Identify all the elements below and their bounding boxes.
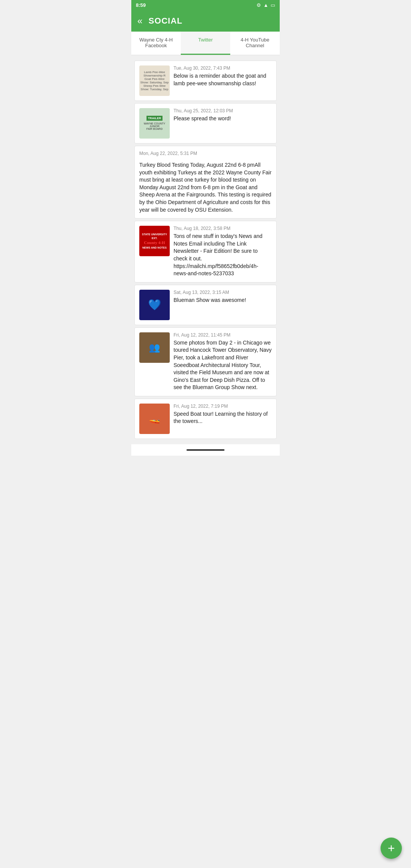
post-date: Thu, Aug 18, 2022, 3:58 PM: [174, 226, 272, 231]
feed: Lamb Pee-Wee Showmanship RGoat Pee-Wee S…: [131, 55, 280, 444]
post-text: Below is a reminder about the goat and l…: [174, 72, 272, 87]
thumb-icon: 👥: [149, 342, 160, 353]
post-date: Mon, Aug 22, 2022, 5:31 PM: [139, 151, 272, 156]
page-title: SOCIAL: [148, 16, 182, 26]
bottom-bar: [131, 444, 280, 456]
post-content: Thu, Aug 25, 2022, 12:03 PM Please sprea…: [174, 108, 272, 139]
post-item[interactable]: 🚤 Fri, Aug 12, 2022, 7:19 PM Speed Boat …: [134, 399, 277, 439]
header: « SOCIAL: [131, 10, 280, 32]
tab-bar: Wayne Cty 4-H Facebook Twitter 4-H YouTu…: [131, 32, 280, 55]
post-thumbnail: 👥: [139, 332, 170, 363]
thumb-icon: 🚤: [149, 413, 160, 424]
post-content: Tue, Aug 30, 2022, 7:43 PM Below is a re…: [174, 65, 272, 96]
post-thumbnail: Lamb Pee-Wee Showmanship RGoat Pee-Wee S…: [139, 65, 170, 96]
post-content: Thu, Aug 18, 2022, 3:58 PM Tons of new s…: [174, 226, 272, 278]
post-item[interactable]: 💙 Sat, Aug 13, 2022, 3:15 AM Blueman Sho…: [134, 285, 277, 325]
post-text: Tons of new stuff in today's News and No…: [174, 233, 272, 278]
status-icons: ⚙ ▲ ▭: [256, 2, 275, 8]
post-date: Fri, Aug 12, 2022, 7:19 PM: [174, 404, 272, 409]
post-date: Sat, Aug 13, 2022, 3:15 AM: [174, 290, 272, 295]
tab-twitter[interactable]: Twitter: [181, 32, 230, 55]
thumb-label: WAYNE COUNTY JUNIORFAIR BOARD: [139, 121, 170, 131]
post-item[interactable]: TRAILER WAYNE COUNTY JUNIORFAIR BOARD Th…: [134, 103, 277, 144]
post-item[interactable]: STATE UNIVERSITY EXT.County 4-HNEWS AND …: [134, 221, 277, 282]
thumb-label: STATE UNIVERSITY EXT.County 4-HNEWS AND …: [139, 231, 170, 251]
post-item[interactable]: Mon, Aug 22, 2022, 5:31 PM Turkey Blood …: [134, 146, 277, 219]
post-thumbnail: TRAILER WAYNE COUNTY JUNIORFAIR BOARD: [139, 108, 170, 139]
post-date: Thu, Aug 25, 2022, 12:03 PM: [174, 108, 272, 113]
post-text: Turkey Blood Testing Today, August 22nd …: [139, 161, 272, 214]
post-item[interactable]: Lamb Pee-Wee Showmanship RGoat Pee-Wee S…: [134, 61, 277, 101]
post-item[interactable]: 👥 Fri, Aug 12, 2022, 11:45 PM Some photo…: [134, 327, 277, 396]
wifi-icon: ▲: [263, 2, 268, 8]
post-text: Speed Boat tour! Learning the history of…: [174, 410, 272, 425]
settings-icon: ⚙: [256, 2, 261, 8]
tab-facebook[interactable]: Wayne Cty 4-H Facebook: [131, 32, 181, 55]
post-thumbnail: 💙: [139, 290, 170, 320]
thumb-icon: 💙: [148, 298, 161, 311]
tab-youtube[interactable]: 4-H YouTube Channel: [230, 32, 280, 55]
back-button[interactable]: «: [137, 16, 142, 26]
post-thumbnail: 🚤: [139, 404, 170, 434]
post-text: Please spread the word!: [174, 115, 272, 123]
post-content: Sat, Aug 13, 2022, 3:15 AM Blueman Show …: [174, 290, 272, 320]
status-bar: 8:59 ⚙ ▲ ▭: [131, 0, 280, 10]
post-content: Fri, Aug 12, 2022, 11:45 PM Some photos …: [174, 332, 272, 391]
post-date: Tue, Aug 30, 2022, 7:43 PM: [174, 65, 272, 71]
thumb-label: Lamb Pee-Wee Showmanship RGoat Pee-Wee S…: [139, 70, 170, 92]
post-text: Some photos from Day 2 - in Chicago we t…: [174, 339, 272, 391]
thumb-badge: TRAILER: [147, 116, 163, 121]
gesture-indicator: [186, 449, 225, 451]
post-thumbnail: STATE UNIVERSITY EXT.County 4-HNEWS AND …: [139, 226, 170, 256]
post-text: Blueman Show was awesome!: [174, 297, 272, 304]
status-time: 8:59: [136, 2, 146, 8]
post-date: Fri, Aug 12, 2022, 11:45 PM: [174, 332, 272, 338]
post-content: Fri, Aug 12, 2022, 7:19 PM Speed Boat to…: [174, 404, 272, 434]
battery-icon: ▭: [271, 2, 275, 8]
